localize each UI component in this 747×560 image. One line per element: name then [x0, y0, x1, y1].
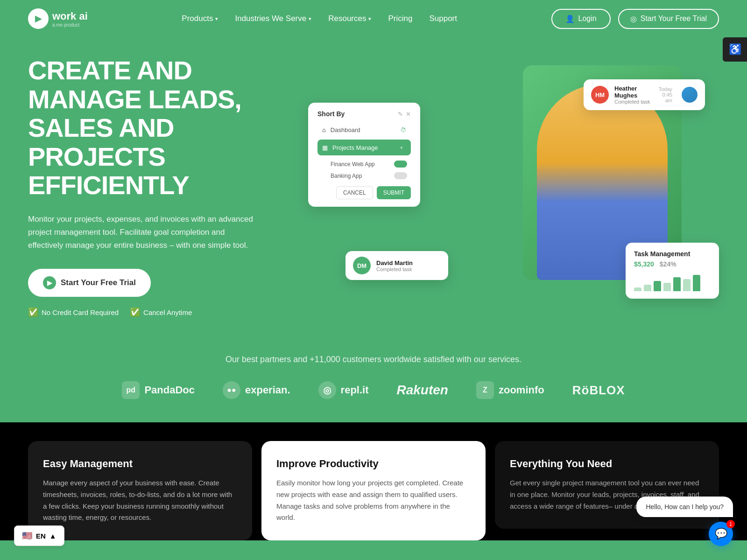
- partner-rakuten: Rakuten: [396, 383, 448, 398]
- close-icon: ✕: [406, 111, 411, 118]
- dash-card-actions: ✎ ✕: [398, 111, 411, 118]
- accessibility-button[interactable]: ♿: [723, 37, 747, 62]
- hero-description: Monitor your projects, expenses, and inv…: [28, 213, 261, 252]
- chart-bar: [663, 283, 671, 291]
- chart-bar: [634, 287, 641, 291]
- nav-pricing[interactable]: Pricing: [388, 14, 412, 23]
- experian-icon: ●●: [223, 381, 240, 399]
- partners-section: Our best partners and +11,000 customers …: [0, 345, 747, 422]
- notif-time: Today0:45 am: [657, 86, 672, 103]
- dash-card-title: Short By: [317, 110, 345, 118]
- trust-badges: ✅ No Credit Card Required ✅ Cancel Anyti…: [28, 307, 280, 317]
- nav-industries[interactable]: Industries We Serve ▾: [235, 14, 311, 23]
- trial-button-hero[interactable]: ▶ Start Your Free Trial: [28, 269, 151, 297]
- chart-bar: [683, 279, 691, 291]
- chat-button[interactable]: 💬 1: [709, 522, 733, 546]
- submit-button[interactable]: SUBMIT: [377, 186, 411, 199]
- chat-badge: 1: [726, 520, 735, 528]
- chart-bar: [654, 281, 661, 291]
- nav-links: Products ▾ Industries We Serve ▾ Resourc…: [182, 14, 457, 23]
- trust-no-cc: ✅ No Credit Card Required: [28, 307, 119, 317]
- dash-sub-banking[interactable]: Banking App: [327, 170, 411, 182]
- features-section: Easy Management Manage every aspect of y…: [0, 422, 747, 540]
- edit-icon: ✎: [398, 111, 403, 118]
- dash-sub-finance[interactable]: Finance Web App: [327, 158, 411, 170]
- partners-text: Our best partners and +11,000 customers …: [28, 355, 719, 364]
- notification-top: HM Heather Mughes Completed task Today0:…: [584, 79, 705, 110]
- logo-sub: a.me product: [52, 22, 88, 28]
- notif-avatar-small: [682, 87, 698, 103]
- accessibility-icon: ♿: [729, 43, 741, 56]
- nav-support[interactable]: Support: [429, 14, 457, 23]
- hero-section: CREATE AND MANAGE LEADS, SALES AND PROJE…: [0, 37, 747, 345]
- zoominfo-icon: Z: [476, 381, 494, 399]
- chart-bar: [644, 285, 651, 291]
- user-icon: 👤: [565, 14, 575, 23]
- task-card: Task Management $5,320 $24%: [626, 243, 719, 299]
- login-button[interactable]: 👤 Login: [551, 9, 611, 29]
- navbar: ▶ work ai a.me product Products ▾ Indust…: [0, 0, 747, 37]
- dash-timer-icon: ⏱: [400, 126, 406, 133]
- chat-widget: Hello, How can I help you? 💬 1: [636, 497, 733, 546]
- logo-text: work ai: [52, 10, 88, 22]
- toggle-finance[interactable]: [394, 161, 407, 168]
- chevron-up-icon: ▲: [49, 532, 56, 540]
- nav-actions: 👤 Login ◎ Start Your Free Trial: [551, 9, 719, 29]
- pandadoc-icon: pd: [122, 381, 140, 399]
- chart-bar: [673, 277, 681, 291]
- home-icon: ⌂: [322, 126, 326, 133]
- notif-bottom-content: David Martin Completed task: [376, 259, 413, 272]
- grid-icon: ▦: [322, 144, 328, 151]
- trust-cancel: ✅ Cancel Anytime: [130, 307, 192, 317]
- avatar-hm: HM: [591, 86, 609, 104]
- row-badge: +: [397, 143, 406, 152]
- language-selector[interactable]: 🇺🇸 EN ▲: [14, 525, 64, 546]
- nav-resources[interactable]: Resources ▾: [328, 14, 371, 23]
- check-icon: ✅: [28, 307, 38, 317]
- replit-icon: ◎: [318, 381, 336, 399]
- avatar-dm: DM: [353, 257, 371, 274]
- partner-experian: ●● experian.: [223, 381, 290, 399]
- notif-top-content: Heather Mughes Completed task: [614, 85, 652, 105]
- circle-icon: ▶: [43, 276, 56, 289]
- feature-productivity: Improve Productivity Easily monitor how …: [261, 441, 486, 540]
- logo-icon: ▶: [28, 8, 49, 29]
- messenger-icon: 💬: [715, 528, 727, 540]
- cancel-button[interactable]: CANCEL: [336, 186, 373, 199]
- chat-bubble: Hello, How can I help you?: [636, 497, 733, 517]
- hero-title: CREATE AND MANAGE LEADS, SALES AND PROJE…: [28, 56, 280, 200]
- dash-sub-items: Finance Web App Banking App: [317, 158, 411, 182]
- dashboard-card: Short By ✎ ✕ ⌂ Dashboard ⏱ ▦ Projects Ma…: [308, 103, 420, 207]
- nav-products[interactable]: Products ▾: [182, 14, 218, 23]
- partner-pandadoc: pd PandaDoc: [122, 381, 195, 399]
- logo[interactable]: ▶ work ai a.me product: [28, 8, 88, 29]
- partners-logos: pd PandaDoc ●● experian. ◎ repl.it Rakut…: [28, 381, 719, 399]
- trial-button-nav[interactable]: ◎ Start Your Free Trial: [618, 9, 719, 29]
- chevron-down-icon: ▾: [215, 16, 218, 22]
- chevron-down-icon: ▾: [368, 16, 371, 22]
- check-icon-2: ✅: [130, 307, 140, 317]
- task-amounts: $5,320 $24%: [634, 260, 711, 268]
- dash-row-dashboard[interactable]: ⌂ Dashboard ⏱: [317, 123, 411, 137]
- partner-roblox: RöBLOX: [572, 383, 625, 398]
- toggle-banking[interactable]: [394, 172, 407, 179]
- partner-zoominfo: Z zoominfo: [476, 381, 544, 399]
- dash-form-actions: CANCEL SUBMIT: [317, 186, 411, 199]
- hero-content: CREATE AND MANAGE LEADS, SALES AND PROJE…: [28, 56, 280, 317]
- partner-replit: ◎ repl.it: [318, 381, 369, 399]
- notification-bottom: DM David Martin Completed task: [345, 251, 448, 280]
- hero-visual: Short By ✎ ✕ ⌂ Dashboard ⏱ ▦ Projects Ma…: [299, 65, 719, 308]
- dash-row-projects[interactable]: ▦ Projects Manage +: [317, 140, 411, 155]
- task-chart: [634, 273, 711, 291]
- flag-icon: 🇺🇸: [22, 531, 32, 541]
- chevron-down-icon: ▾: [309, 16, 311, 22]
- circle-play-icon: ◎: [630, 14, 637, 23]
- chart-bar: [693, 275, 700, 291]
